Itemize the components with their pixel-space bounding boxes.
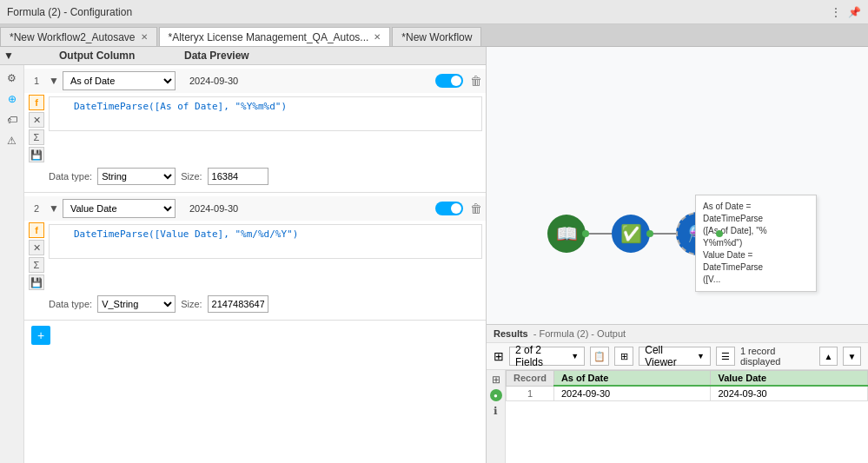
expand-row2-icon[interactable]: ▼: [49, 202, 59, 215]
column-select-1[interactable]: As of Date: [63, 71, 176, 90]
results-panel: Results - Formula (2) - Output ⊞ 2 of 2 …: [487, 324, 868, 463]
formula-row-2: 2 ▼ Value Date 2024-09-30 🗑 f ✕: [24, 193, 486, 321]
save-icon-1[interactable]: 💾: [29, 147, 44, 162]
results-content: ⊞ ● ℹ Record As of Date Value Date: [487, 370, 868, 463]
left-panel: ▼ Output Column Data Preview ⚙ ⊕ 🏷 ⚠ 1 ▼: [0, 47, 487, 463]
size-label-2: Size:: [181, 299, 202, 309]
table-row: 1 2024-09-30 2024-09-30: [507, 386, 868, 401]
formula-tooltip: As of Date =DateTimeParse([As of Date], …: [695, 195, 817, 292]
check-node-output-dot: [646, 230, 653, 237]
th-as-of-date: As of Date: [553, 371, 711, 387]
circle-add-icon[interactable]: ⊕: [4, 91, 20, 107]
datatype-select-1[interactable]: String: [97, 168, 176, 185]
x-icon-1[interactable]: ✕: [29, 112, 44, 128]
fx-icon-1[interactable]: f: [29, 95, 44, 110]
results-header: Results - Formula (2) - Output: [487, 325, 868, 343]
cell-value-date-1: 2024-09-30: [711, 386, 868, 401]
cell-record-1: 1: [507, 386, 554, 401]
delete-btn-1[interactable]: 🗑: [470, 74, 482, 88]
node-check-container: ✅: [612, 215, 650, 253]
datatype-select-2[interactable]: V_String: [97, 295, 176, 313]
formula-expr-1[interactable]: DateTimeParse([As of Date], "%Y%m%d"): [49, 96, 482, 131]
preview-value-1: 2024-09-30: [189, 76, 238, 86]
fields-chevron: ▼: [571, 352, 579, 360]
formula-2-expr-area: DateTimeParse([Value Date], "%m/%d/%Y"): [49, 221, 486, 292]
toggle-1[interactable]: [435, 74, 463, 88]
nav-down-btn[interactable]: ▼: [843, 347, 861, 366]
th-record: Record: [507, 371, 554, 387]
fx-icon-2[interactable]: f: [29, 222, 44, 238]
delete-btn-2[interactable]: 🗑: [470, 202, 482, 215]
tab-new-workflow[interactable]: *New Workflow: [392, 27, 481, 46]
topbar-title: Formula (2) - Configuration: [7, 6, 824, 18]
tag-icon[interactable]: 🏷: [4, 112, 20, 128]
settings-icon[interactable]: ⚙: [4, 70, 20, 86]
formula-1-icons: f ✕ Σ 💾: [24, 93, 49, 164]
sigma-icon-1[interactable]: Σ: [29, 129, 44, 145]
copy-btn[interactable]: ⊞: [614, 347, 633, 366]
tab-alteryx[interactable]: *Alteryx License Management_QA_Autos... …: [159, 27, 391, 46]
formula-row-1-body: f ✕ Σ 💾 DateTimeParse([As of Date], "%Y%…: [24, 93, 486, 164]
x-icon-2[interactable]: ✕: [29, 240, 44, 255]
formula-expr-2[interactable]: DateTimeParse([Value Date], "%m/%d/%Y"): [49, 224, 482, 259]
cell-as-of-date-1: 2024-09-30: [553, 386, 711, 401]
size-label-1: Size:: [181, 171, 202, 182]
expand-icon[interactable]: ▼: [3, 50, 14, 62]
size-input-1[interactable]: [208, 168, 268, 185]
tab-close-workflow2[interactable]: ✕: [141, 32, 148, 42]
nav-up-btn[interactable]: ▲: [819, 347, 838, 366]
fields-label: 2 of 2 Fields: [515, 344, 568, 368]
node-book-container: 📖: [547, 215, 586, 253]
results-title: Results: [494, 328, 528, 339]
expand-row1-icon[interactable]: ▼: [49, 75, 59, 87]
record-count: 1 record displayed: [740, 346, 814, 367]
export-btn[interactable]: 📋: [590, 347, 609, 366]
connector-1: [586, 233, 612, 235]
book-node-output-dot: [582, 230, 589, 237]
pin-icon[interactable]: 📌: [848, 6, 861, 18]
grid-view-icon[interactable]: ⊞: [494, 349, 504, 363]
topbar-icons: ⋮ 📌: [831, 6, 861, 18]
datatype-row-2: Data type: V_String Size:: [24, 292, 486, 316]
tab-workflow2[interactable]: *New Workflow2_Autosave ✕: [0, 27, 157, 46]
fields-btn[interactable]: 2 of 2 Fields ▼: [509, 347, 585, 366]
tabs-row: *New Workflow2_Autosave ✕ *Alteryx Licen…: [0, 24, 868, 47]
tab-label-alteryx: *Alteryx License Management_QA_Autos...: [169, 31, 369, 43]
topbar: Formula (2) - Configuration ⋮ 📌: [0, 0, 868, 24]
data-preview-header: Data Preview: [184, 50, 482, 62]
size-input-2[interactable]: [208, 295, 268, 313]
row-number-1: 1: [28, 76, 45, 86]
add-formula-btn[interactable]: +: [31, 326, 50, 345]
left-side-icons: ⚙ ⊕ 🏷 ⚠: [0, 65, 24, 463]
book-node[interactable]: 📖: [547, 215, 586, 253]
tab-label-new: *New Workflow: [401, 31, 472, 43]
viewer-label: Cell Viewer: [645, 344, 694, 368]
more-options-icon[interactable]: ⋮: [831, 6, 841, 18]
connector-2: [650, 233, 676, 235]
toggle-2[interactable]: [435, 202, 463, 215]
preview-value-2: 2024-09-30: [189, 203, 238, 214]
check-node[interactable]: ✅: [612, 215, 650, 253]
formula-2-icons: f ✕ Σ 💾: [24, 221, 49, 292]
save-icon-2[interactable]: 💾: [29, 274, 44, 290]
tab-close-alteryx[interactable]: ✕: [374, 32, 381, 42]
results-table: Record As of Date Value Date 1 2024-09-3…: [506, 370, 868, 463]
formula-row-1-header: 1 ▼ As of Date 2024-09-30 🗑: [24, 69, 486, 93]
filter-btn[interactable]: ☰: [716, 347, 735, 366]
viewer-btn[interactable]: Cell Viewer ▼: [639, 347, 711, 366]
warning-icon[interactable]: ⚠: [4, 133, 20, 149]
datatype-label-1: Data type:: [49, 171, 92, 182]
main-content: ▼ Output Column Data Preview ⚙ ⊕ 🏷 ⚠ 1 ▼: [0, 47, 868, 463]
col-headers: ▼ Output Column Data Preview: [0, 47, 486, 65]
tab-label: *New Workflow2_Autosave: [10, 31, 136, 43]
right-panel: 📖 ✅ ⚗️ As of D: [487, 47, 868, 463]
formula-main: 1 ▼ As of Date 2024-09-30 🗑 f ✕: [24, 65, 486, 463]
formula-row-2-header: 2 ▼ Value Date 2024-09-30 🗑: [24, 196, 486, 221]
formula-content: ⚙ ⊕ 🏷 ⚠ 1 ▼ As of Date 2024-09-30: [0, 65, 486, 463]
column-select-2[interactable]: Value Date: [63, 199, 176, 218]
results-grid-icon[interactable]: ⊞: [490, 374, 502, 386]
data-table: Record As of Date Value Date 1 2024-09-3…: [506, 370, 868, 401]
results-info-icon[interactable]: ℹ: [490, 405, 502, 417]
sigma-icon-2[interactable]: Σ: [29, 257, 44, 273]
th-value-date: Value Date: [711, 371, 868, 387]
